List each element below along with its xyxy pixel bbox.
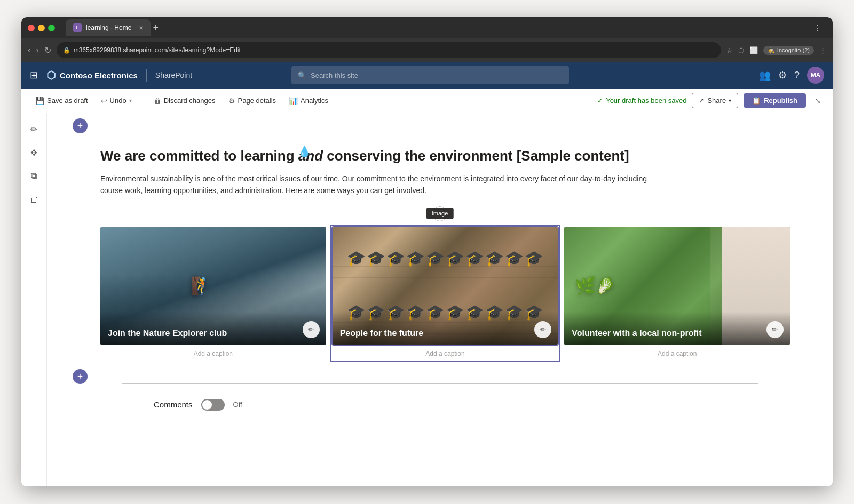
lock-icon: 🔒 [63,47,70,54]
checkmark-icon: ✓ [597,97,603,105]
forward-button[interactable]: › [36,45,38,55]
refresh-button[interactable]: ↻ [44,45,51,55]
bottom-divider-line [122,377,758,377]
main-content: + 💧 We are committed to learning and con… [47,113,833,486]
minimize-window-button[interactable] [38,25,45,31]
url-box[interactable]: 🔒 m365x69299838.sharepoint.com/sites/lea… [57,42,721,58]
add-section-area-top: + [47,117,833,134]
sp-header: ⊞ ⬡ Contoso Electronics SharePoint 🔍 👥 ⚙… [21,62,833,89]
garden-image-caption[interactable]: Add a caption [564,348,790,359]
share-icon: ↗ [699,97,705,105]
settings-icon[interactable]: ⚙ [778,69,787,81]
address-bar: ‹ › ↻ 🔒 m365x69299838.sharepoint.com/sit… [21,38,833,62]
republish-label: Republish [764,97,797,105]
bottom-section-area: + [47,377,833,377]
help-icon[interactable]: ? [794,70,800,81]
avatar[interactable]: MA [807,67,824,84]
share-dropdown-icon[interactable]: ▾ [729,98,731,103]
edit-webpart-icon[interactable]: ✏ [25,119,44,139]
maximize-window-button[interactable] [48,25,55,31]
page-separator [122,383,758,384]
analytics-label: Analytics [301,97,328,105]
page-title-text: We are committed to learning [100,148,298,164]
nature-image-caption[interactable]: Add a caption [100,348,326,359]
bookmark-icon[interactable]: ☆ [726,46,733,54]
page-details-label: Page details [238,97,276,105]
save-icon: 💾 [35,97,44,105]
republish-icon: 📋 [752,97,761,105]
title-bar-right: ⋮ [813,23,826,33]
page-details-button[interactable]: ⚙ Page details [223,93,282,108]
image-card-graduation: Image 🎓 🎓 🎓 🎓 🎓 [333,227,558,359]
image-card-nature: Join the Nature Explorer club ✏ Add a ca… [100,227,326,359]
search-icon: 🔍 [298,71,306,79]
garden-image-edit-button[interactable]: ✏ [766,321,784,338]
undo-button[interactable]: ↩ Undo ▾ [96,93,137,108]
toolbar-right: ✓ Your draft has been saved ↗ Share ▾ 📋 … [597,93,824,108]
add-section-bottom-button[interactable]: + [73,369,88,384]
incognito-label: Incognito (2) [777,47,810,53]
tab-title: learning - Home [86,24,131,31]
comments-toggle[interactable] [201,399,225,411]
analytics-button[interactable]: 📊 Analytics [283,93,334,108]
nature-image-label: Join the Nature Explorer club [100,311,326,345]
brand-logo[interactable]: ⬡ Contoso Electronics [46,69,138,82]
discard-changes-button[interactable]: 🗑 Discard changes [148,93,221,108]
header-divider [146,69,147,82]
search-box[interactable]: 🔍 [291,66,569,84]
save-as-draft-button[interactable]: 💾 Save as draft [30,93,93,108]
brand-name: Contoso Electronics [60,71,138,80]
waffle-icon[interactable]: ⊞ [30,69,38,81]
tab-bar: L learning - Home ✕ + [66,19,809,36]
search-input[interactable] [311,71,563,79]
new-tab-button[interactable]: + [153,22,159,34]
brand-icon: ⬡ [46,69,56,82]
undo-dropdown-icon[interactable]: ▾ [129,98,132,103]
tab-favicon: L [73,23,82,32]
image-wrapper-graduation[interactable]: 🎓 🎓 🎓 🎓 🎓 🎓 🎓 🎓 🎓 🎓 [333,227,558,345]
move-icon[interactable]: ✥ [25,143,44,162]
undo-icon: ↩ [101,97,107,105]
share-button[interactable]: ↗ Share ▾ [692,93,738,108]
duplicate-icon[interactable]: ⧉ [25,166,44,186]
tab-close-button[interactable]: ✕ [139,25,143,31]
page-title-suffix: conserving the environment [Sample conte… [323,148,629,164]
toolbar: 💾 Save as draft ↩ Undo ▾ 🗑 Discard chang… [21,89,833,113]
draft-saved-status: ✓ Your draft has been saved [597,97,686,105]
active-tab[interactable]: L learning - Home ✕ [66,19,151,36]
extensions-icon[interactable]: ⬡ [738,46,744,54]
graduation-image-edit-button[interactable]: ✏ [534,321,551,338]
close-window-button[interactable] [28,25,35,31]
graduation-image-label: People for the future [333,311,558,345]
back-button[interactable]: ‹ [28,45,30,55]
browser-menu-button[interactable]: ⋮ [813,23,822,33]
address-bar-right: ☆ ⬡ ⬜ 🕵 Incognito (2) ⋮ [726,46,826,55]
image-wrapper-garden[interactable]: 🌿 🥬 Volunteer with a local non-profit ✏ [564,227,790,345]
analytics-icon: 📊 [289,97,298,105]
discard-changes-label: Discard changes [164,97,216,105]
delete-icon[interactable]: 🗑 [25,190,44,209]
republish-button[interactable]: 📋 Republish [744,93,806,108]
comments-toggle-state: Off [233,401,242,409]
collapse-button[interactable]: ⤡ [811,93,824,108]
text-content-section: 💧 We are committed to learning and conse… [47,134,833,205]
page-title: We are committed to learning and conserv… [100,147,790,165]
incognito-icon: 🕵 [768,47,775,54]
profile-icon[interactable]: ⬜ [749,46,758,54]
title-bar: L learning - Home ✕ + ⋮ [21,17,833,38]
garden-image-label: Volunteer with a local non-profit [564,311,790,345]
nature-image-edit-button[interactable]: ✏ [303,321,320,338]
graduation-image-caption[interactable]: Add a caption [333,348,558,359]
traffic-lights [28,25,55,31]
incognito-badge: 🕵 Incognito (2) [763,46,814,55]
share-peoples-icon[interactable]: 👥 [759,69,771,81]
share-label: Share [707,97,726,105]
browser-options-icon[interactable]: ⋮ [819,46,826,54]
image-wrapper-nature[interactable]: Join the Nature Explorer club ✏ [100,227,326,345]
image-card-garden: 🌿 🥬 Volunteer with a local non-profit ✏ … [564,227,790,359]
droplet-icon: 💧 [298,145,311,158]
toolbar-separator-1 [143,94,143,107]
undo-label: Undo [110,97,126,105]
add-section-top-button[interactable]: + [73,118,88,133]
sharepoint-label: SharePoint [155,71,192,79]
